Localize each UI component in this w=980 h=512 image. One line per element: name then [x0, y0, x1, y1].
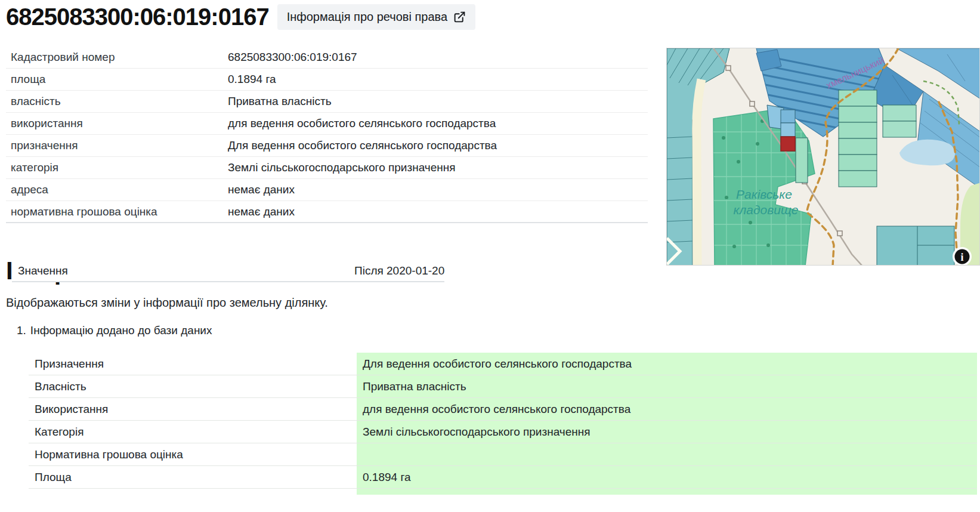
table-row: використання для ведення особистого селя… [6, 113, 648, 135]
table-row: призначення Для ведення особистого селян… [6, 135, 648, 157]
row-value-highlighted: Землі сільськогосподарського призначення [357, 421, 977, 443]
history-row: Площа 0.1894 га [29, 466, 977, 489]
history-entry: 1. Інформацію додано до бази даних Значе… [6, 324, 980, 495]
row-label: Призначення [29, 353, 357, 375]
property-rights-button-label: Інформація про речові права [287, 10, 447, 24]
history-table: Значення Після 2020-01-20 Призначення Дл… [29, 353, 977, 495]
history-row-cutoff [29, 489, 977, 495]
history-entry-title-text: Інформацію додано до бази даних [30, 324, 212, 337]
row-label: Власність [29, 375, 357, 397]
row-value: немає даних [228, 183, 648, 196]
row-value: 6825083300:06:019:0167 [228, 51, 648, 64]
row-value: Для ведення особистого селянського госпо… [228, 139, 648, 152]
row-label: Нормативна грошова оцінка [29, 443, 357, 465]
table-row: нормативна грошова оцінка немає даних [6, 201, 648, 223]
cadastral-map[interactable]: хмельницький Раківське кладовище i [666, 48, 980, 266]
highlighted-parcel-red[interactable] [781, 137, 795, 151]
property-rights-button[interactable]: Інформація про речові права [277, 4, 475, 30]
row-value-highlighted [357, 443, 977, 465]
history-row: Категорія Землі сільськогосподарського п… [29, 421, 977, 443]
cemetery-label-line1: Раківське [736, 187, 792, 201]
row-value: Землі сільськогосподарського призначення [228, 161, 648, 174]
cemetery-label-line2: кладовище [734, 203, 799, 217]
row-label: адреса [6, 183, 228, 196]
row-value: Приватна власність [228, 95, 648, 108]
map-road-left [697, 79, 701, 266]
table-row: адреса немає даних [6, 179, 648, 201]
row-label: використання [6, 117, 228, 130]
row-label: площа [6, 73, 228, 86]
row-value-highlighted: 0.1894 га [357, 466, 977, 488]
history-row: Призначення Для ведення особистого селян… [29, 353, 977, 375]
history-row: Використання для ведення особистого селя… [29, 398, 977, 421]
row-value-highlighted: Приватна власність [357, 375, 977, 397]
row-label: Категорія [29, 421, 357, 443]
table-row: площа 0.1894 га [6, 69, 648, 91]
history-entry-title: 1. Інформацію додано до бази даних [17, 324, 980, 337]
row-value: 0.1894 га [228, 73, 648, 86]
table-row: категорія Землі сільськогосподарського п… [6, 157, 648, 179]
cadastral-map-canvas: хмельницький Раківське кладовище i [667, 48, 980, 266]
row-label: Використання [29, 398, 357, 420]
row-value-highlighted: Для ведення особистого селянського госпо… [357, 353, 977, 375]
table-row: Кадастровий номер 6825083300:06:019:0167 [6, 47, 648, 69]
header: 6825083300:06:019:0167 Інформація про ре… [6, 4, 475, 30]
history-description: Відображаються зміни у інформації про зе… [6, 296, 980, 310]
history-row: Власність Приватна власність [29, 375, 977, 398]
table-row: власність Приватна власність [6, 91, 648, 113]
history-header-value: Після 2020-01-20 [348, 260, 444, 281]
row-label: власність [6, 95, 228, 108]
row-value: немає даних [228, 205, 648, 218]
history-header-label: Значення [12, 260, 340, 281]
history-row: Нормативна грошова оцінка [29, 443, 977, 466]
page-title: 6825083300:06:019:0167 [6, 4, 269, 30]
row-label: категорія [6, 161, 228, 174]
history-section: Історія Відображаються зміни у інформаці… [6, 257, 980, 495]
row-label: нормативна грошова оцінка [6, 205, 228, 218]
row-label: Площа [29, 466, 357, 488]
row-value: для ведення особистого селянського госпо… [228, 117, 648, 130]
row-label: призначення [6, 139, 228, 152]
parcel-info-table: Кадастровий номер 6825083300:06:019:0167… [6, 47, 648, 223]
row-value-highlighted: для ведення особистого селянського госпо… [357, 398, 977, 420]
history-entry-number: 1. [17, 324, 26, 337]
external-link-icon [453, 11, 466, 23]
row-label: Кадастровий номер [6, 51, 228, 64]
history-header-row: Значення Після 2020-01-20 [12, 260, 444, 282]
